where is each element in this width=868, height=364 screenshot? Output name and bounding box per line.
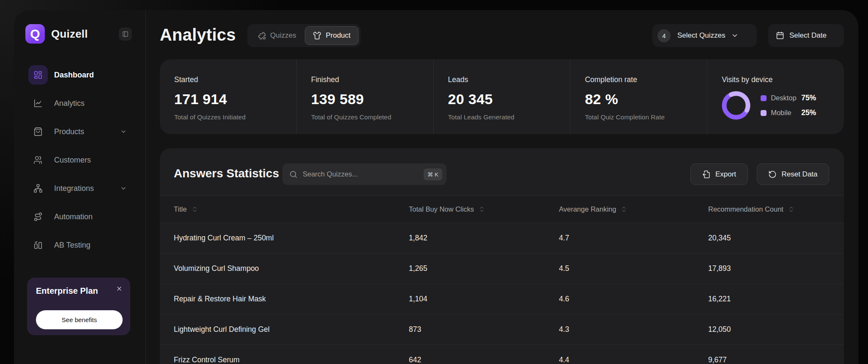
stat-completion-rate: Completion rate 82 % Total Quiz Completi…	[570, 59, 707, 134]
cell-clicks: 1,265	[409, 264, 559, 273]
search-input[interactable]	[303, 170, 424, 178]
stat-finished: Finished 139 589 Total of Quizzes Comple…	[296, 59, 433, 134]
cell-ranking: 4.3	[559, 325, 708, 334]
dashboard-icon	[28, 65, 48, 85]
close-icon[interactable]	[115, 284, 123, 293]
cell-ranking: 4.6	[559, 295, 708, 303]
collapse-sidebar-button[interactable]	[119, 28, 132, 41]
sidebar-item-label: Integrations	[54, 184, 94, 193]
column-header-ranking[interactable]: Averange Ranking	[559, 205, 708, 213]
stat-value: 82 %	[585, 91, 707, 108]
sort-icon	[621, 206, 627, 213]
tab-quizzes[interactable]: Quizzes	[249, 26, 304, 45]
cell-clicks: 1,104	[409, 295, 559, 303]
cell-count: 20,345	[708, 234, 844, 243]
sidebar: Q Quizell Dashboard Analytics	[14, 10, 146, 364]
analytics-tab-group: Quizzes Product	[247, 24, 361, 47]
stat-value: 20 345	[448, 91, 570, 108]
visits-title: Visits by device	[722, 75, 844, 84]
cell-count: 17,893	[708, 264, 844, 273]
visits-by-device: Visits by device Desktop 75% Mobile 2	[707, 59, 844, 134]
sidebar-item-integrations[interactable]: Integrations	[14, 179, 145, 198]
sidebar-item-customers[interactable]: Customers	[14, 150, 145, 170]
table-row[interactable]: Frizz Control Serum 642 4.4 9,677	[160, 345, 844, 364]
sidebar-item-products[interactable]: Products	[14, 122, 145, 141]
sidebar-item-label: Analytics	[54, 99, 85, 108]
sidebar-item-label: AB Testing	[54, 241, 90, 250]
select-date-label: Select Date	[789, 31, 827, 40]
app-name: Quizell	[51, 28, 88, 41]
cell-title: Volumizing Curl Shampoo	[174, 264, 409, 273]
keyboard-shortcut-badge: ⌘ K	[424, 168, 442, 180]
automation-icon	[28, 207, 48, 226]
table-row[interactable]: Lightweight Curl Defining Gel 873 4.3 12…	[160, 314, 844, 345]
select-quizzes-button[interactable]: 4 Select Quizzes	[652, 24, 757, 47]
cell-ranking: 4.5	[559, 264, 708, 273]
table-body: Hydrating Curl Cream – 250ml 1,842 4.7 2…	[160, 223, 844, 364]
stat-sub: Total of Quizzes Initiated	[174, 113, 296, 121]
device-legend: Desktop 75% Mobile 25%	[761, 94, 816, 117]
table-row[interactable]: Hydrating Curl Cream – 250ml 1,842 4.7 2…	[160, 223, 844, 254]
export-icon	[702, 170, 711, 179]
mobile-swatch	[761, 110, 767, 116]
sort-icon	[789, 206, 794, 213]
cell-count: 12,050	[708, 325, 844, 334]
sidebar-item-automation[interactable]: Automation	[14, 207, 145, 226]
legend-label: Mobile	[771, 109, 801, 117]
chevron-down-icon	[731, 32, 739, 39]
reset-label: Reset Data	[781, 170, 817, 179]
column-header-title[interactable]: Title	[174, 205, 409, 213]
see-benefits-button[interactable]: See benefits	[36, 310, 123, 329]
page-title: Analytics	[160, 25, 236, 44]
app-window: Q Quizell Dashboard Analytics	[14, 10, 858, 364]
device-donut-chart	[722, 91, 750, 120]
sidebar-item-dashboard[interactable]: Dashboard	[14, 65, 145, 85]
column-header-clicks[interactable]: Total Buy Now Clicks	[409, 205, 559, 213]
sidebar-item-label: Customers	[54, 156, 91, 165]
cell-ranking: 4.4	[559, 356, 708, 364]
cell-ranking: 4.7	[559, 234, 708, 243]
stat-value: 139 589	[311, 91, 433, 108]
stat-started: Started 171 914 Total of Quizzes Initiat…	[160, 59, 296, 134]
reset-icon	[768, 170, 777, 179]
sidebar-item-label: Automation	[54, 212, 93, 221]
search-box[interactable]: ⌘ K	[282, 163, 446, 185]
stat-sub: Total of Quizzes Completed	[311, 113, 433, 121]
integrations-icon	[28, 179, 48, 198]
table-row[interactable]: Volumizing Curl Shampoo 1,265 4.5 17,893	[160, 254, 844, 284]
legend-row-mobile: Mobile 25%	[761, 108, 816, 117]
tab-label: Quizzes	[270, 31, 296, 40]
stat-sub: Total Leads Generated	[448, 113, 570, 121]
table-row[interactable]: Repair & Restore Hair Mask 1,104 4.6 16,…	[160, 284, 844, 314]
section-title: Answers Statistics	[174, 167, 279, 180]
tab-product[interactable]: Product	[305, 26, 359, 45]
cell-title: Hydrating Curl Cream – 250ml	[174, 234, 409, 243]
sidebar-item-analytics[interactable]: Analytics	[14, 94, 145, 113]
cell-title: Frizz Control Serum	[174, 356, 409, 364]
stat-label: Started	[174, 75, 296, 84]
sidebar-item-ab-testing[interactable]: AB Testing	[14, 235, 145, 255]
stats-summary-card: Started 171 914 Total of Quizzes Initiat…	[160, 59, 844, 134]
stat-value: 171 914	[174, 91, 296, 108]
export-button[interactable]: Export	[690, 163, 748, 185]
chevron-down-icon	[120, 185, 127, 192]
table-header-row: Title Total Buy Now Clicks Averange Rank…	[160, 196, 844, 223]
stat-sub: Total Quiz Completion Rate	[585, 113, 707, 121]
panel-collapse-icon	[122, 31, 129, 37]
visits-body: Desktop 75% Mobile 25%	[722, 91, 844, 120]
sidebar-item-label: Products	[54, 127, 84, 136]
calendar-icon	[776, 31, 784, 40]
column-header-count[interactable]: Recommendation Count	[708, 205, 844, 213]
products-icon	[28, 122, 48, 141]
reset-data-button[interactable]: Reset Data	[757, 163, 829, 185]
logo-row: Q Quizell	[25, 24, 134, 44]
legend-row-desktop: Desktop 75%	[761, 94, 816, 102]
select-date-button[interactable]: Select Date	[768, 24, 844, 47]
chevron-down-icon	[120, 128, 127, 135]
cell-count: 16,221	[708, 295, 844, 303]
stat-leads: Leads 20 345 Total Leads Generated	[433, 59, 570, 134]
cell-count: 9,677	[708, 356, 844, 364]
cell-clicks: 873	[409, 325, 559, 334]
cell-title: Repair & Restore Hair Mask	[174, 295, 409, 303]
cell-clicks: 1,842	[409, 234, 559, 243]
